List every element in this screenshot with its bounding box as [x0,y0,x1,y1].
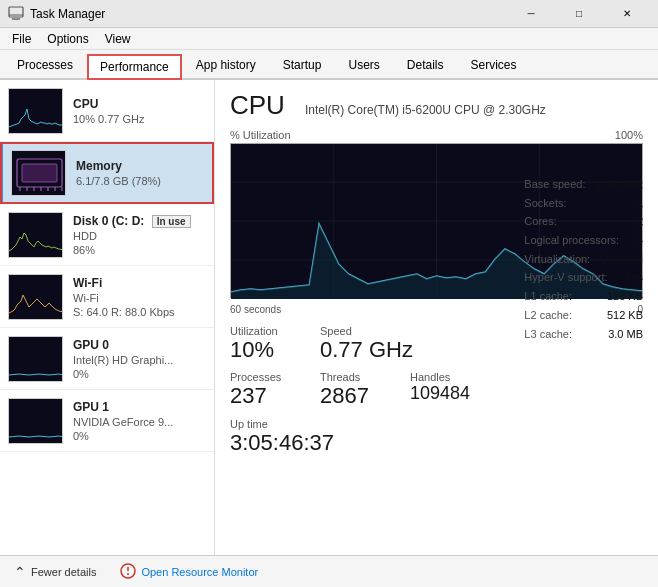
utilization-stat-value: 10% [230,337,300,363]
svg-rect-3 [9,89,63,133]
uptime-section: Up time 3:05:46:37 [230,418,643,456]
gpu0-name: GPU 0 [73,338,206,352]
sockets-val: 1 [637,194,643,213]
handles-value: 109484 [410,383,480,405]
svg-rect-1 [12,18,20,20]
open-resource-monitor-button[interactable]: Open Resource Monitor [116,561,262,583]
info-row-logical: Logical processors: 4 [524,231,643,250]
tab-services[interactable]: Services [458,52,530,78]
threads-stat: Threads 2867 [320,371,390,409]
handles-label: Handles [410,371,480,383]
hyperv-key: Hyper-V support: [524,268,607,287]
l3-key: L3 cache: [524,325,572,344]
wifi-info: Wi-Fi Wi-Fi S: 64.0 R: 88.0 Kbps [73,276,206,318]
chevron-up-icon: ⌃ [14,564,26,580]
cpu-header: CPU Intel(R) Core(TM) i5-6200U CPU @ 2.3… [230,90,643,121]
gpu1-info: GPU 1 NVIDIA GeForce 9... 0% [73,400,206,442]
memory-info: Memory 6.1/7.8 GB (78%) [76,159,206,187]
info-row-l2: L2 cache: 512 KB [524,306,643,325]
logical-val: 4 [637,231,643,250]
cpu-detail: 10% 0.77 GHz [73,113,206,125]
disk-detail: HDD [73,230,206,242]
disk-name: Disk 0 (C: D: In use [73,214,206,228]
y-max-label: 100% [615,129,643,141]
sockets-key: Sockets: [524,194,566,213]
cpu-name: CPU [73,97,206,111]
handles-stat: Handles 109484 [410,371,480,409]
menu-bar: File Options View [0,28,658,50]
minimize-button[interactable]: ─ [508,0,554,28]
wifi-name: Wi-Fi [73,276,206,290]
info-row-sockets: Sockets: 1 [524,194,643,213]
resource-item-memory[interactable]: Memory 6.1/7.8 GB (78%) [0,142,214,204]
resource-item-gpu1[interactable]: GPU 1 NVIDIA GeForce 9... 0% [0,390,214,452]
wifi-speed: S: 64.0 R: 88.0 Kbps [73,306,206,318]
tab-users[interactable]: Users [335,52,392,78]
svg-rect-6 [22,164,57,182]
gpu0-thumbnail [8,336,63,382]
wifi-thumbnail [8,274,63,320]
threads-value: 2867 [320,383,390,409]
speed-stat-value: 0.77 GHz [320,337,413,363]
resource-item-gpu0[interactable]: GPU 0 Intel(R) HD Graphi... 0% [0,328,214,390]
app-icon [8,6,24,22]
uptime-value: 3:05:46:37 [230,430,643,456]
tab-app-history[interactable]: App history [183,52,269,78]
cpu-panel-title: CPU [230,90,285,121]
tab-details[interactable]: Details [394,52,457,78]
window-title: Task Manager [30,7,508,21]
gpu0-detail: Intel(R) HD Graphi... [73,354,206,366]
utilization-stat-label: Utilization [230,325,300,337]
title-bar: Task Manager ─ □ ✕ [0,0,658,28]
gpu1-thumbnail [8,398,63,444]
right-panel: CPU Intel(R) Core(TM) i5-6200U CPU @ 2.3… [215,80,658,555]
l1-val: 128 KB [607,287,643,306]
gpu1-percent: 0% [73,430,206,442]
logical-key: Logical processors: [524,231,619,250]
tab-bar: Processes Performance App history Startu… [0,50,658,80]
resource-item-cpu[interactable]: CPU 10% 0.77 GHz [0,80,214,142]
info-row-l3: L3 cache: 3.0 MB [524,325,643,344]
info-row-hyperv: Hyper-V support: Yes [524,268,643,287]
bottom-bar: ⌃ Fewer details Open Resource Monitor [0,555,658,587]
chart-label-top: % Utilization 100% [230,129,643,141]
hyperv-val: Yes [625,268,643,287]
fewer-details-label: Fewer details [31,566,96,578]
l3-val: 3.0 MB [608,325,643,344]
info-row-basespeed: Base speed: 2.40 GHz [524,175,643,194]
left-panel: CPU 10% 0.77 GHz [0,80,215,555]
gpu0-info: GPU 0 Intel(R) HD Graphi... 0% [73,338,206,380]
l1-key: L1 cache: [524,287,572,306]
utilization-stat: Utilization 10% [230,325,300,363]
utilization-label: % Utilization [230,129,291,141]
gpu1-name: GPU 1 [73,400,206,414]
virt-key: Virtualization: [524,250,590,269]
tab-processes[interactable]: Processes [4,52,86,78]
maximize-button[interactable]: □ [556,0,602,28]
resource-item-disk0[interactable]: Disk 0 (C: D: In use HDD 86% [0,204,214,266]
close-button[interactable]: ✕ [604,0,650,28]
tab-startup[interactable]: Startup [270,52,335,78]
l2-val: 512 KB [607,306,643,325]
speed-stat: Speed 0.77 GHz [320,325,413,363]
tab-performance[interactable]: Performance [87,54,182,80]
cpu-thumbnail [8,88,63,134]
resource-item-wifi[interactable]: Wi-Fi Wi-Fi S: 64.0 R: 88.0 Kbps [0,266,214,328]
menu-view[interactable]: View [97,28,139,50]
cpu-info: CPU 10% 0.77 GHz [73,97,206,125]
memory-thumbnail [11,150,66,196]
gpu1-detail: NVIDIA GeForce 9... [73,416,206,428]
svg-rect-14 [9,213,63,257]
in-use-badge: In use [152,215,191,228]
menu-options[interactable]: Options [39,28,96,50]
info-row-l1: L1 cache: 128 KB [524,287,643,306]
threads-label: Threads [320,371,390,383]
info-grid: Base speed: 2.40 GHz Sockets: 1 Cores: 2… [524,175,643,343]
x-left-label: 60 seconds [230,304,281,315]
base-speed-key: Base speed: [524,175,585,194]
menu-file[interactable]: File [4,28,39,50]
disk-thumbnail [8,212,63,258]
cores-val: 2 [637,212,643,231]
monitor-icon [120,563,136,581]
fewer-details-button[interactable]: ⌃ Fewer details [10,562,100,582]
